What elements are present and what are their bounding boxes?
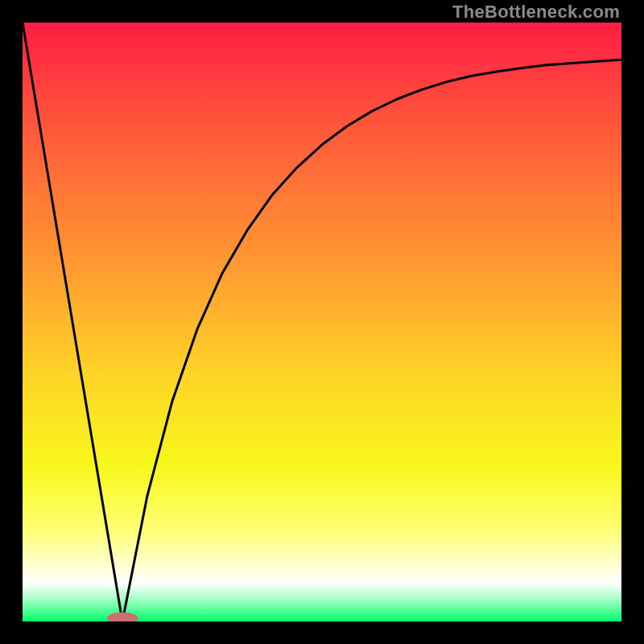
watermark-label: TheBottleneck.com: [452, 2, 620, 23]
chart-frame: TheBottleneck.com: [0, 0, 644, 644]
gradient-rect: [23, 23, 621, 621]
chart-svg: [23, 23, 621, 621]
plot-area: [23, 23, 621, 621]
